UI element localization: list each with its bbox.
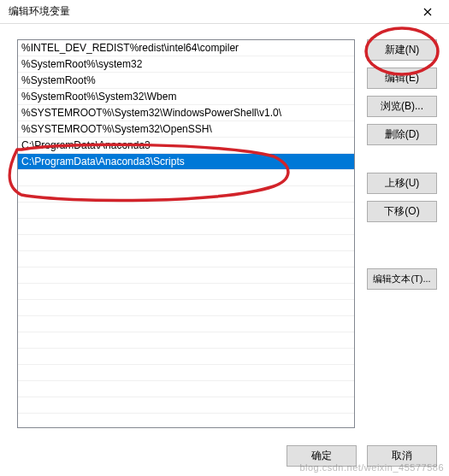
path-list-item[interactable] bbox=[18, 186, 354, 203]
watermark: blog.csdn.net/weixin_45577586 bbox=[299, 462, 444, 473]
close-icon bbox=[423, 8, 432, 16]
path-list-item[interactable] bbox=[18, 414, 354, 430]
path-list-item[interactable] bbox=[18, 203, 354, 219]
move-up-button[interactable]: 上移(U) bbox=[367, 173, 437, 194]
window-title: 编辑环境变量 bbox=[9, 4, 70, 19]
edit-button[interactable]: 编辑(E) bbox=[367, 68, 437, 89]
path-list-item[interactable]: C:\ProgramData\Anaconda3 bbox=[18, 138, 354, 154]
close-button[interactable] bbox=[410, 1, 446, 23]
button-sidebar: 新建(N) 编辑(E) 浏览(B)... 删除(D) 上移(U) 下移(O) 编… bbox=[367, 39, 437, 428]
path-list-item[interactable]: %SystemRoot%\system32 bbox=[18, 56, 354, 73]
path-list-item[interactable] bbox=[18, 332, 354, 349]
path-list-item[interactable]: C:\ProgramData\Anaconda3\Scripts bbox=[18, 154, 354, 170]
path-list-item[interactable] bbox=[18, 381, 354, 397]
path-list-item[interactable]: %SystemRoot%\System32\Wbem bbox=[18, 89, 354, 105]
new-button[interactable]: 新建(N) bbox=[367, 39, 437, 61]
move-down-button[interactable]: 下移(O) bbox=[367, 201, 437, 222]
title-bar: 编辑环境变量 bbox=[0, 0, 449, 24]
path-list-item[interactable] bbox=[18, 284, 354, 300]
path-list-item[interactable]: %SYSTEMROOT%\System32\WindowsPowerShell\… bbox=[18, 105, 354, 121]
path-list-item[interactable]: %SYSTEMROOT%\System32\OpenSSH\ bbox=[18, 121, 354, 138]
dialog-content: %INTEL_DEV_REDIST%redist\intel64\compile… bbox=[0, 24, 449, 437]
path-list-item[interactable] bbox=[18, 170, 354, 186]
path-list-item[interactable]: %INTEL_DEV_REDIST%redist\intel64\compile… bbox=[18, 40, 354, 56]
path-list-item[interactable]: %SystemRoot% bbox=[18, 73, 354, 89]
path-list-item[interactable] bbox=[18, 219, 354, 235]
path-list[interactable]: %INTEL_DEV_REDIST%redist\intel64\compile… bbox=[17, 39, 355, 428]
path-list-item[interactable] bbox=[18, 316, 354, 332]
path-list-item[interactable] bbox=[18, 235, 354, 251]
path-list-item[interactable] bbox=[18, 397, 354, 414]
edit-text-button[interactable]: 编辑文本(T)... bbox=[367, 268, 437, 290]
path-list-item[interactable] bbox=[18, 349, 354, 365]
browse-button[interactable]: 浏览(B)... bbox=[367, 96, 437, 117]
path-list-item[interactable] bbox=[18, 300, 354, 316]
path-list-item[interactable] bbox=[18, 365, 354, 381]
path-list-item[interactable] bbox=[18, 251, 354, 267]
spacer bbox=[367, 152, 437, 166]
spacer bbox=[367, 229, 437, 262]
delete-button[interactable]: 删除(D) bbox=[367, 124, 437, 145]
path-list-item[interactable] bbox=[18, 267, 354, 284]
